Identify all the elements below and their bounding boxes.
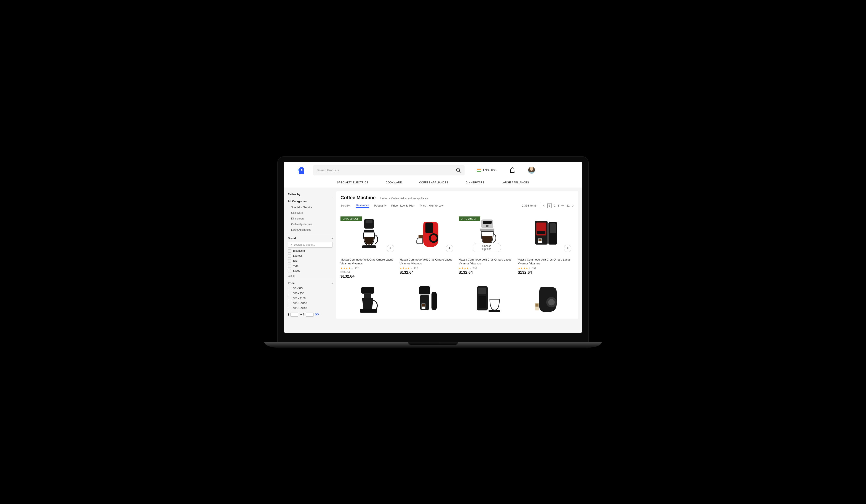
chevron-left-icon[interactable] bbox=[543, 205, 545, 207]
svg-rect-27 bbox=[539, 239, 542, 241]
page-1[interactable]: 1 bbox=[547, 204, 552, 208]
svg-point-5 bbox=[457, 168, 460, 171]
search-box[interactable] bbox=[313, 165, 465, 175]
search-icon bbox=[290, 243, 292, 246]
product-image bbox=[400, 282, 456, 317]
svg-rect-25 bbox=[550, 224, 556, 233]
product-card[interactable]: + Massa Commodo Velit Cras Ornare Lacus … bbox=[518, 213, 574, 279]
page-2[interactable]: 2 bbox=[554, 204, 555, 207]
cat-cookware[interactable]: Cookware bbox=[288, 210, 333, 216]
bag-icon[interactable] bbox=[510, 168, 515, 173]
coffee-maker-icon bbox=[354, 217, 384, 250]
price-0-25[interactable]: $0 - $25 bbox=[288, 287, 333, 290]
cat-dinnerware[interactable]: Dinnerware bbox=[288, 216, 333, 221]
nav-coffee-appliances[interactable]: COFFEE APPLIANCES bbox=[419, 181, 448, 184]
search-input[interactable] bbox=[317, 169, 456, 172]
logo[interactable]: S bbox=[297, 165, 306, 175]
item-count: 2,374 items bbox=[522, 204, 536, 207]
laptop-mockup: S ENG - USD SPECIALTY ELECTRICS COOKWARE… bbox=[277, 157, 589, 348]
product-name: Massa Commodo Velit Cras Ornare Lacus Vi… bbox=[400, 258, 456, 265]
sort-row: Sort By : Relevance Popularity Price - L… bbox=[341, 204, 574, 208]
price-51-100[interactable]: $51 - $100 bbox=[288, 297, 333, 300]
avatar[interactable] bbox=[528, 167, 535, 174]
sort-label: Sort By : bbox=[341, 204, 351, 207]
breadcrumb: Home › Coffee maker and tea appliance bbox=[380, 197, 428, 200]
price-go-button[interactable]: GO bbox=[315, 313, 319, 316]
nav-specialty-electrics[interactable]: SPECIALTY ELECTRICS bbox=[337, 181, 368, 184]
svg-rect-31 bbox=[419, 286, 430, 295]
svg-rect-23 bbox=[537, 231, 545, 234]
svg-rect-30 bbox=[360, 309, 377, 312]
chevron-right-icon[interactable] bbox=[572, 205, 574, 207]
star-icon: ★★★★★ bbox=[518, 267, 531, 270]
crumb-home[interactable]: Home bbox=[380, 197, 387, 200]
nav-cookware[interactable]: COOKWARE bbox=[386, 181, 402, 184]
flag-india-icon bbox=[477, 169, 481, 172]
locale-selector[interactable]: ENG - USD bbox=[477, 169, 497, 172]
price-range: $ to $ GO bbox=[288, 312, 333, 317]
cat-large-appliances[interactable]: Large Appliances bbox=[288, 227, 333, 233]
product-card[interactable]: UPTO 20% OFF + Massa Commodo Velit Cras … bbox=[341, 213, 397, 279]
add-to-cart-button[interactable]: + bbox=[446, 245, 453, 252]
brand-lacus[interactable]: Lacus bbox=[288, 269, 333, 272]
refine-section: Refine by bbox=[288, 192, 333, 198]
topbar: S ENG - USD bbox=[284, 162, 582, 179]
collapse-icon[interactable]: - bbox=[332, 236, 333, 240]
product-image: UPTO 20% OFF + bbox=[341, 213, 397, 255]
see-all-link[interactable]: See all bbox=[288, 275, 295, 277]
svg-rect-12 bbox=[425, 222, 433, 233]
add-to-cart-button[interactable]: + bbox=[564, 245, 571, 252]
price: $132.64 bbox=[518, 270, 574, 275]
price-min-input[interactable] bbox=[290, 312, 298, 317]
svg-point-14 bbox=[431, 235, 437, 241]
collapse-icon[interactable]: - bbox=[332, 281, 333, 285]
coffee-maker-icon bbox=[412, 217, 443, 250]
add-to-cart-button[interactable]: + bbox=[387, 245, 394, 252]
price: $132.64 bbox=[459, 270, 515, 275]
rating: ★★★★★132 bbox=[459, 267, 515, 270]
svg-text:S: S bbox=[301, 170, 302, 171]
brand-bibendum[interactable]: Bibendum bbox=[288, 249, 333, 253]
product-card[interactable] bbox=[341, 282, 397, 317]
brand-laoreet[interactable]: Laoreet bbox=[288, 254, 333, 257]
svg-rect-10 bbox=[366, 220, 373, 224]
sort-price-low-high[interactable]: Price - Low to High bbox=[391, 204, 415, 207]
price-151-200[interactable]: $151 - $200 bbox=[288, 307, 333, 310]
header: S ENG - USD SPECIALTY ELECTRICS COOKWARE… bbox=[284, 162, 582, 187]
choose-options-button[interactable]: Choose Options bbox=[473, 243, 501, 252]
product-card[interactable]: UPTO 20% OFF Choose Options Massa Commod… bbox=[459, 213, 515, 279]
laptop-base bbox=[264, 342, 602, 348]
page-3[interactable]: 3 bbox=[558, 204, 559, 207]
svg-rect-37 bbox=[478, 288, 486, 294]
chevron-right-icon: › bbox=[389, 197, 390, 200]
page-last[interactable]: 21 bbox=[567, 204, 570, 207]
svg-rect-42 bbox=[535, 303, 539, 307]
brand-nisi[interactable]: Nisi bbox=[288, 259, 333, 263]
discount-badge: UPTO 20% OFF bbox=[341, 216, 362, 221]
product-card[interactable]: + Massa Commodo Velit Cras Ornare Lacus … bbox=[400, 213, 456, 279]
nav-large-appliances[interactable]: LARGE APPLIANCES bbox=[501, 181, 529, 184]
product-name: Massa Commodo Velit Cras Ornare Lacus Vi… bbox=[459, 258, 515, 265]
sort-price-high-low[interactable]: Price - High to Low bbox=[420, 204, 444, 207]
rating: ★★★★★132 bbox=[400, 267, 456, 270]
product-card[interactable] bbox=[400, 282, 456, 317]
search-icon[interactable] bbox=[456, 168, 461, 173]
cat-coffee-appliances[interactable]: Coffee Appliances bbox=[288, 221, 333, 227]
screen: S ENG - USD SPECIALTY ELECTRICS COOKWARE… bbox=[284, 162, 582, 333]
brand-search-input[interactable] bbox=[293, 243, 331, 246]
sort-relevance[interactable]: Relevance bbox=[356, 204, 369, 208]
locale-label: ENG - USD bbox=[483, 169, 497, 172]
nav-dinnerware[interactable]: DINNERWARE bbox=[466, 181, 484, 184]
product-card[interactable] bbox=[518, 282, 574, 317]
price-26-50[interactable]: $26 - $50 bbox=[288, 292, 333, 295]
brand-velit[interactable]: Velit bbox=[288, 264, 333, 267]
product-card[interactable] bbox=[459, 282, 515, 317]
page-title: Coffee Machine bbox=[341, 195, 376, 201]
sort-popularity[interactable]: Popularity bbox=[374, 204, 387, 207]
star-icon: ★★★★★ bbox=[341, 267, 354, 270]
price-101-150[interactable]: $101 - $150 bbox=[288, 302, 333, 305]
cat-specialty-electrics[interactable]: Specialty Electrics bbox=[288, 205, 333, 210]
brand-search[interactable] bbox=[288, 242, 333, 248]
crumb-current: Coffee maker and tea appliance bbox=[391, 197, 428, 200]
price-max-input[interactable] bbox=[306, 312, 313, 317]
